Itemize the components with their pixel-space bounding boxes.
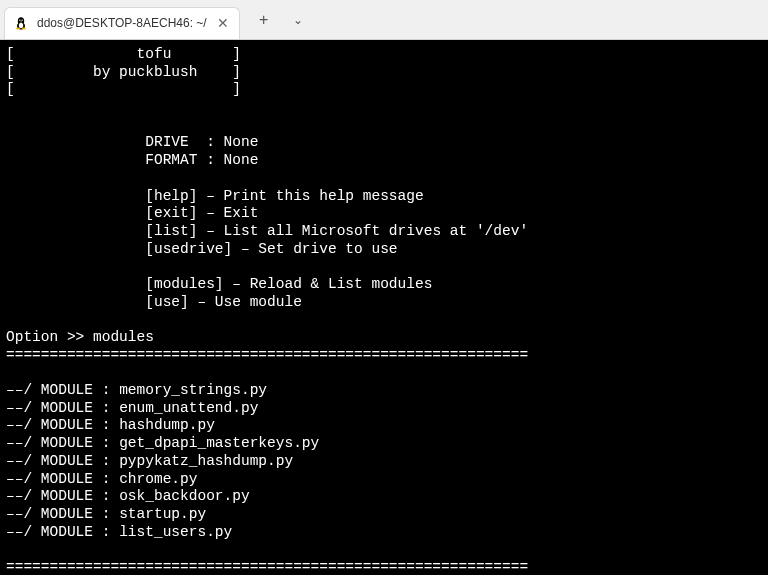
svg-point-2 (19, 23, 23, 29)
module-name: osk_backdoor.py (119, 488, 250, 504)
module-prefix: ––/ MODULE : (6, 506, 119, 522)
module-name: startup.py (119, 506, 206, 522)
drive-value: None (224, 134, 259, 150)
module-name: chrome.py (119, 471, 197, 487)
cmd-help: [help] – Print this help message (145, 188, 423, 204)
svg-point-6 (22, 20, 23, 21)
module-name: get_dpapi_masterkeys.py (119, 435, 319, 451)
module-name: hashdump.py (119, 417, 215, 433)
cmd-usedrive: [usedrive] – Set drive to use (145, 241, 397, 257)
module-name: memory_strings.py (119, 382, 267, 398)
module-name: list_users.py (119, 524, 232, 540)
cmd-modules: [modules] – Reload & List modules (145, 276, 432, 292)
svg-point-7 (16, 28, 20, 30)
cmd-exit: [exit] – Exit (145, 205, 258, 221)
format-value: None (224, 152, 259, 168)
terminal-tab[interactable]: ddos@DESKTOP-8AECH46: ~/ ✕ (4, 7, 240, 39)
divider-top: ========================================… (6, 347, 528, 363)
svg-point-5 (20, 20, 21, 21)
new-tab-button[interactable]: + (254, 10, 274, 30)
tab-title: ddos@DESKTOP-8AECH46: ~/ (37, 16, 207, 30)
banner-line: [ ] (6, 81, 241, 97)
banner-line: [ tofu ] (6, 46, 241, 62)
title-bar: ddos@DESKTOP-8AECH46: ~/ ✕ + ⌄ (0, 0, 768, 40)
module-name: enum_unattend.py (119, 400, 258, 416)
cmd-use: [use] – Use module (145, 294, 302, 310)
tab-dropdown-button[interactable]: ⌄ (288, 10, 308, 30)
drive-label: DRIVE : (145, 134, 223, 150)
svg-point-8 (22, 28, 26, 30)
cmd-list: [list] – List all Microsoft drives at '/… (145, 223, 528, 239)
module-prefix: ––/ MODULE : (6, 453, 119, 469)
module-prefix: ––/ MODULE : (6, 417, 119, 433)
module-prefix: ––/ MODULE : (6, 435, 119, 451)
prompt-label: Option >> (6, 329, 93, 345)
module-prefix: ––/ MODULE : (6, 400, 119, 416)
module-prefix: ––/ MODULE : (6, 471, 119, 487)
module-prefix: ––/ MODULE : (6, 488, 119, 504)
divider-bottom: ========================================… (6, 559, 528, 575)
module-name: pypykatz_hashdump.py (119, 453, 293, 469)
tux-icon (13, 15, 29, 31)
terminal-output[interactable]: [ tofu ] [ by puckblush ] [ ] DRIVE : No… (0, 40, 768, 575)
format-label: FORMAT : (145, 152, 223, 168)
banner-line: [ by puckblush ] (6, 64, 241, 80)
module-prefix: ––/ MODULE : (6, 524, 119, 540)
module-prefix: ––/ MODULE : (6, 382, 119, 398)
prompt-input: modules (93, 329, 154, 345)
close-tab-button[interactable]: ✕ (215, 15, 231, 31)
